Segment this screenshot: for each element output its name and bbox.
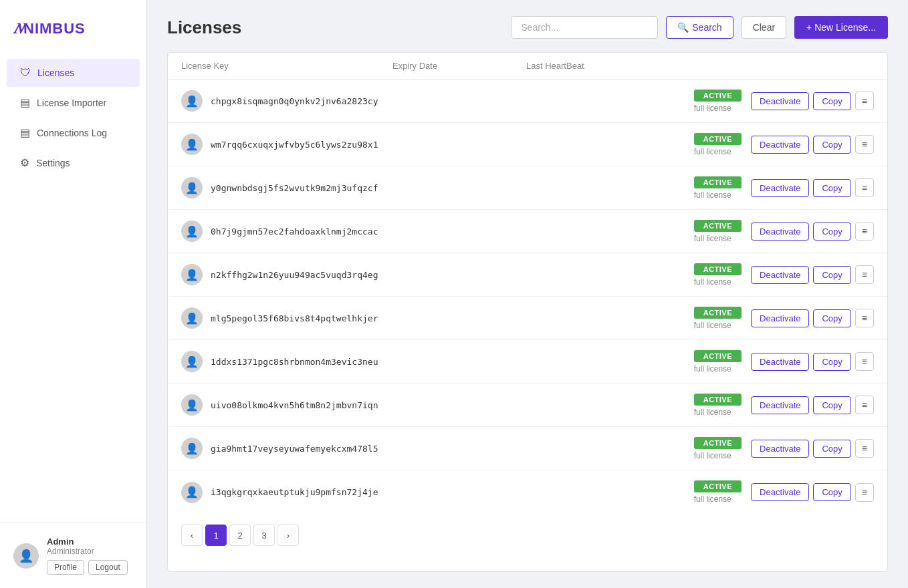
menu-button[interactable]: ≡ [855, 265, 874, 284]
table-row: 👤 y0gnwnbdsgj5fs2wvutk9m2mj3ufqzcf ACTIV… [168, 166, 887, 210]
copy-button[interactable]: Copy [813, 309, 850, 327]
license-key-text: mlg5pegol35f68bivs8t4pqtwelhkjer [211, 313, 378, 323]
copy-button[interactable]: Copy [813, 92, 850, 110]
row-avatar: 👤 [181, 177, 203, 198]
row-avatar: 👤 [181, 438, 203, 459]
logout-button[interactable]: Logout [88, 560, 128, 575]
copy-button[interactable]: Copy [813, 179, 850, 197]
menu-button[interactable]: ≡ [855, 309, 874, 327]
main-content: Licenses 🔍 Search Clear + New License...… [147, 0, 908, 588]
copy-button[interactable]: Copy [813, 440, 850, 458]
status-badge: ACTIVE [694, 394, 742, 406]
table-row: 👤 0h7j9gjmn57ec2fahdoaxklnmj2mccac ACTIV… [168, 210, 887, 253]
actions-cell: ACTIVE full license Deactivate Copy ≡ [660, 350, 874, 374]
menu-button[interactable]: ≡ [855, 352, 874, 371]
log-icon: ▤ [20, 126, 30, 139]
search-button[interactable]: 🔍 Search [666, 16, 733, 39]
menu-button[interactable]: ≡ [855, 439, 874, 458]
deactivate-button[interactable]: Deactivate [751, 309, 809, 327]
copy-button[interactable]: Copy [813, 223, 850, 241]
actions-cell: ACTIVE full license Deactivate Copy ≡ [660, 394, 874, 417]
row-avatar: 👤 [181, 134, 203, 155]
pagination-next[interactable]: › [277, 525, 299, 546]
menu-button[interactable]: ≡ [855, 396, 874, 414]
status-cell: ACTIVE full license [694, 220, 742, 243]
menu-button[interactable]: ≡ [855, 222, 874, 241]
pagination-page-2[interactable]: 2 [229, 525, 251, 546]
status-badge: ACTIVE [694, 307, 742, 319]
sidebar-item-connections-log[interactable]: ▤ Connections Log [7, 118, 140, 147]
license-key-cell: 👤 gia9hmt17veyseyuwafemyekcxm478l5 [181, 438, 392, 459]
license-type: full license [694, 451, 731, 460]
row-avatar: 👤 [181, 351, 203, 372]
status-cell: ACTIVE full license [694, 480, 742, 504]
license-key-cell: 👤 i3qgkgrqxkaeutptukju9pmfsn72j4je [181, 482, 392, 503]
table-row: 👤 gia9hmt17veyseyuwafemyekcxm478l5 ACTIV… [168, 427, 887, 470]
user-info: Admin Administrator Profile Logout [47, 537, 133, 575]
col-last-heartbeat: Last HeartBeat [526, 61, 660, 71]
user-avatar: 👤 [13, 543, 39, 569]
license-key-text: 1ddxs1371pgc8shrbnmon4m3evic3neu [211, 357, 378, 367]
license-key-cell: 👤 chpgx8isqmagn0q0ynkv2jnv6a2823cy [181, 90, 392, 112]
copy-button[interactable]: Copy [813, 136, 850, 154]
table-body: 👤 chpgx8isqmagn0q0ynkv2jnv6a2823cy ACTIV… [168, 80, 887, 514]
menu-button[interactable]: ≡ [855, 92, 874, 110]
deactivate-button[interactable]: Deactivate [751, 396, 809, 414]
shield-icon: 🛡 [20, 67, 31, 79]
deactivate-button[interactable]: Deactivate [751, 92, 809, 110]
actions-cell: ACTIVE full license Deactivate Copy ≡ [660, 263, 874, 287]
status-cell: ACTIVE full license [694, 263, 742, 287]
deactivate-button[interactable]: Deactivate [751, 223, 809, 241]
deactivate-button[interactable]: Deactivate [751, 440, 809, 458]
license-type: full license [694, 494, 731, 504]
actions-cell: ACTIVE full license Deactivate Copy ≡ [660, 307, 874, 330]
user-buttons: Profile Logout [47, 560, 133, 575]
clear-button[interactable]: Clear [742, 16, 786, 39]
deactivate-button[interactable]: Deactivate [751, 483, 809, 501]
copy-button[interactable]: Copy [813, 483, 850, 501]
sidebar: 𝑁NIMBUS 🛡 Licenses ▤ License Importer ▤ … [0, 0, 147, 588]
profile-button[interactable]: Profile [47, 560, 84, 575]
license-type: full license [694, 321, 731, 330]
deactivate-button[interactable]: Deactivate [751, 136, 809, 154]
license-key-cell: 👤 uivo08olkmo4kvn5h6tm8n2jmbvn7iqn [181, 394, 392, 416]
sidebar-item-license-importer[interactable]: ▤ License Importer [7, 88, 140, 117]
copy-button[interactable]: Copy [813, 353, 850, 371]
status-badge: ACTIVE [694, 480, 742, 492]
sidebar-item-label-licenses: Licenses [37, 67, 74, 78]
status-cell: ACTIVE full license [694, 350, 742, 374]
pagination-page-1[interactable]: 1 [205, 525, 227, 546]
table-row: 👤 chpgx8isqmagn0q0ynkv2jnv6a2823cy ACTIV… [168, 80, 887, 123]
pagination-page-3[interactable]: 3 [253, 525, 275, 546]
license-key-text: 0h7j9gjmn57ec2fahdoaxklnmj2mccac [211, 227, 378, 237]
table-row: 👤 uivo08olkmo4kvn5h6tm8n2jmbvn7iqn ACTIV… [168, 384, 887, 427]
status-cell: ACTIVE full license [694, 437, 742, 460]
sidebar-item-label-importer: License Importer [37, 98, 106, 108]
license-type: full license [694, 234, 731, 243]
new-license-button[interactable]: + New License... [794, 16, 888, 39]
sidebar-item-licenses[interactable]: 🛡 Licenses [7, 59, 140, 87]
menu-button[interactable]: ≡ [855, 135, 874, 154]
status-cell: ACTIVE full license [694, 133, 742, 156]
copy-button[interactable]: Copy [813, 266, 850, 284]
sidebar-item-settings[interactable]: ⚙ Settings [7, 148, 140, 177]
license-key-text: wm7rqq6cxuqxjwfvby5c6lyws2zu98x1 [211, 140, 378, 150]
row-avatar: 👤 [181, 307, 203, 329]
deactivate-button[interactable]: Deactivate [751, 266, 809, 284]
settings-icon: ⚙ [20, 156, 29, 169]
actions-cell: ACTIVE full license Deactivate Copy ≡ [660, 176, 874, 200]
search-input[interactable] [511, 16, 658, 39]
top-bar: Licenses 🔍 Search Clear + New License... [167, 16, 888, 39]
menu-button[interactable]: ≡ [855, 178, 874, 197]
search-icon: 🔍 [677, 22, 689, 33]
copy-button[interactable]: Copy [813, 396, 850, 414]
sidebar-item-label-settings: Settings [36, 158, 70, 168]
actions-cell: ACTIVE full license Deactivate Copy ≡ [660, 437, 874, 460]
license-key-text: n2kffhg2w1n26yuu949ac5vuqd3rq4eg [211, 270, 378, 280]
deactivate-button[interactable]: Deactivate [751, 179, 809, 197]
deactivate-button[interactable]: Deactivate [751, 353, 809, 371]
menu-button[interactable]: ≡ [855, 483, 874, 502]
row-avatar: 👤 [181, 394, 203, 416]
status-badge: ACTIVE [694, 437, 742, 449]
pagination-prev[interactable]: ‹ [181, 525, 203, 546]
